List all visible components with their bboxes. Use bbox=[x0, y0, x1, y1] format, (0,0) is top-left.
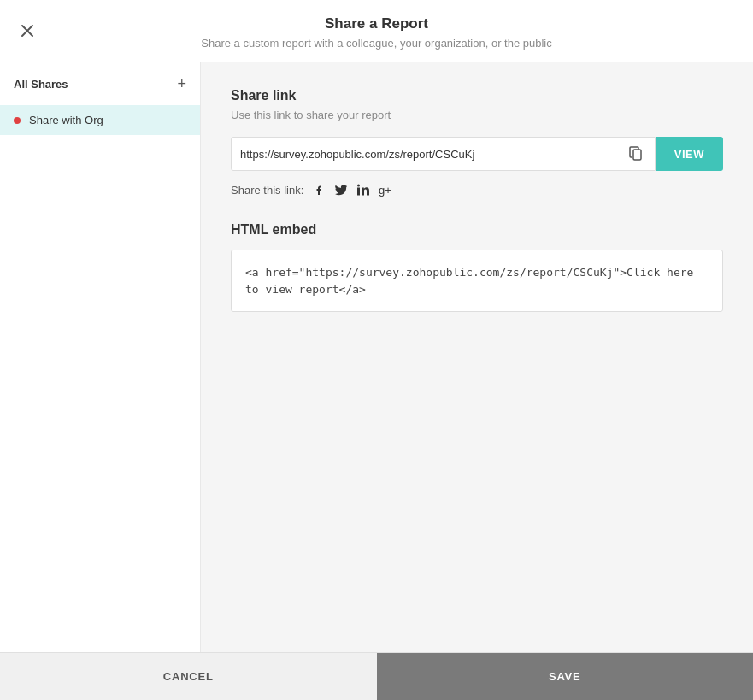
share-link-input-wrap bbox=[231, 137, 656, 171]
footer: CANCEL SAVE bbox=[0, 652, 753, 700]
share-link-input[interactable] bbox=[240, 148, 626, 161]
close-button[interactable] bbox=[15, 19, 39, 43]
sidebar-item-share-with-org[interactable]: Share with Org bbox=[0, 105, 200, 135]
share-link-title: Share link bbox=[231, 88, 723, 103]
sidebar-item-label: Share with Org bbox=[29, 114, 103, 126]
cancel-button[interactable]: CANCEL bbox=[0, 653, 377, 700]
html-embed-section: HTML embed <a href="https://survey.zohop… bbox=[231, 222, 723, 312]
sidebar-header: All Shares + bbox=[0, 62, 200, 105]
svg-rect-3 bbox=[357, 188, 360, 196]
share-link-subtitle: Use this link to share your report bbox=[231, 109, 723, 121]
html-embed-title: HTML embed bbox=[231, 222, 723, 238]
add-share-button[interactable]: + bbox=[177, 76, 186, 91]
dialog-title: Share a Report bbox=[17, 15, 736, 32]
dialog-header: Share a Report Share a custom report wit… bbox=[0, 0, 753, 62]
html-embed-code[interactable]: <a href="https://survey.zohopublic.com/z… bbox=[231, 250, 723, 312]
twitter-icon[interactable] bbox=[334, 183, 348, 197]
active-dot-icon bbox=[14, 117, 21, 124]
all-shares-label: All Shares bbox=[14, 78, 68, 91]
linkedin-icon[interactable] bbox=[356, 183, 370, 197]
sidebar: All Shares + Share with Org bbox=[0, 62, 201, 652]
svg-point-4 bbox=[357, 185, 360, 187]
view-button[interactable]: VIEW bbox=[656, 137, 723, 171]
copy-icon bbox=[629, 146, 643, 162]
svg-text:g+: g+ bbox=[379, 184, 391, 197]
share-this-link-label: Share this link: bbox=[231, 184, 303, 197]
copy-link-button[interactable] bbox=[626, 146, 646, 162]
google-plus-icon[interactable]: g+ bbox=[379, 183, 396, 197]
content-area: Share link Use this link to share your r… bbox=[201, 62, 753, 652]
share-link-row: VIEW bbox=[231, 137, 723, 171]
social-share-row: Share this link: g+ bbox=[231, 183, 723, 197]
facebook-icon[interactable] bbox=[312, 183, 326, 197]
dialog-subtitle: Share a custom report with a colleague, … bbox=[17, 37, 736, 50]
save-button[interactable]: SAVE bbox=[377, 653, 754, 700]
main-layout: All Shares + Share with Org Share link U… bbox=[0, 62, 753, 652]
svg-rect-2 bbox=[633, 150, 641, 160]
